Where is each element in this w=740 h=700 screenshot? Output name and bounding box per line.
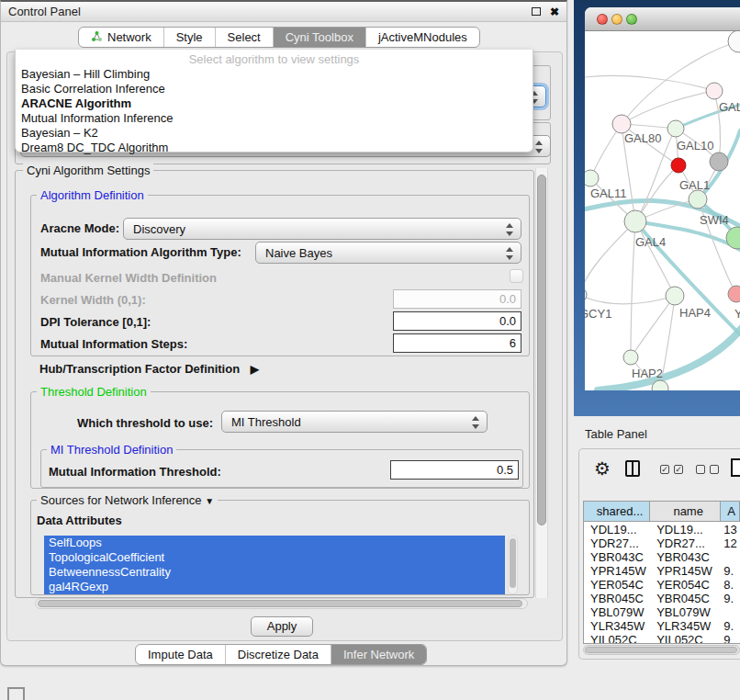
node-label-y: Y <box>734 307 740 321</box>
table-row[interactable]: YDL19...YDL19...13 <box>584 523 740 536</box>
columns-icon[interactable] <box>625 460 640 477</box>
sources-group-title[interactable]: Sources for Network Inference ▼ <box>37 493 218 507</box>
bottom-tab-label: Infer Network <box>343 648 414 661</box>
table-row[interactable]: YBR043CYBR043C <box>584 550 740 564</box>
network-node[interactable] <box>585 170 599 186</box>
scrollbar-thumb[interactable] <box>585 647 737 653</box>
mi-threshold-label: Mutual Information Threshold: <box>49 465 221 479</box>
cell: YER054C <box>650 578 721 592</box>
manual-kernel-checkbox[interactable] <box>510 269 523 283</box>
kernel-width-field[interactable]: 0.0 <box>393 289 521 309</box>
algorithm-option-mutual-information-inference[interactable]: Mutual Information Inference <box>16 111 533 126</box>
mi-steps-label: Mutual Information Steps: <box>40 337 187 351</box>
table-row[interactable]: YDR27...YDR27...12 <box>584 536 740 550</box>
aracne-mode-label: Aracne Mode: <box>40 221 119 235</box>
network-node[interactable] <box>667 120 684 137</box>
hub-definition-expander[interactable]: Hub/Transcription Factor Definition ▶ <box>39 362 259 376</box>
zoom-traffic-light[interactable] <box>626 14 637 25</box>
expander-arrow-icon: ▶ <box>251 363 259 376</box>
control-panel-window: Control Panel ✖ NetworkStyleSelectCyni T… <box>0 0 567 666</box>
close-traffic-light[interactable] <box>597 14 608 25</box>
cell: YER054C <box>584 578 650 592</box>
close-icon[interactable]: ✖ <box>550 7 559 17</box>
control-panel-tabs: NetworkStyleSelectCyni ToolboxjActiveMNo… <box>78 27 480 48</box>
tab-cyni-toolbox[interactable]: Cyni Toolbox <box>273 28 365 47</box>
node-label-hap4: HAP4 <box>679 306 711 320</box>
settings-vertical-scrollbar[interactable] <box>535 168 548 598</box>
mi-type-combo[interactable]: Naive Bayes <box>255 242 521 264</box>
table-row[interactable]: YBL079WYBL079W <box>584 605 740 619</box>
table-row[interactable]: YLR345WYLR345W9. <box>584 619 740 633</box>
network-node[interactable] <box>612 115 631 133</box>
data-attributes-label: Data Attributes <box>37 514 122 527</box>
attribute-item-topologicalcoefficient[interactable]: TopologicalCoefficient <box>44 550 505 565</box>
column-header-name[interactable]: name <box>650 502 721 521</box>
combo-arrows-icon <box>506 246 513 261</box>
minimize-traffic-light[interactable] <box>611 14 622 25</box>
network-node[interactable] <box>728 286 740 302</box>
network-node[interactable] <box>666 287 684 305</box>
attributes-list-scrollbar[interactable] <box>508 536 518 594</box>
threshold-definition-group: Threshold Definition Which threshold to … <box>30 391 530 489</box>
which-threshold-combo[interactable]: MI Threshold <box>221 411 488 433</box>
threshold-definition-title: Threshold Definition <box>37 385 151 399</box>
float-icon[interactable] <box>532 7 541 16</box>
tab-select[interactable]: Select <box>215 28 273 47</box>
algorithm-option-bayesian-k2[interactable]: Bayesian – K2 <box>16 126 533 141</box>
checked-pair-icon[interactable]: ✓✓ <box>660 465 683 474</box>
network-node[interactable] <box>710 152 728 171</box>
table-row[interactable]: YBR045CYBR045C9. <box>584 592 740 605</box>
apply-button[interactable]: Apply <box>251 616 313 637</box>
column-header-a[interactable]: A <box>721 502 740 521</box>
mi-steps-field[interactable]: 6 <box>393 333 521 353</box>
document-icon[interactable] <box>731 458 740 477</box>
attribute-item-selfloops[interactable]: SelfLoops <box>44 536 505 550</box>
column-header-shared-[interactable]: shared... <box>584 502 650 521</box>
algorithm-option-basic-correlation-inference[interactable]: Basic Correlation Inference <box>16 82 533 96</box>
algorithm-option-bayesian-hill-climbing[interactable]: Bayesian – Hill Climbing <box>16 67 533 82</box>
floating-palette-icon[interactable] <box>7 687 25 700</box>
table-row[interactable]: YER054CYER054C8. <box>584 578 740 592</box>
algorithm-option-dream8-dc-tdc-algorithm[interactable]: Dream8 DC_TDC Algorithm <box>16 141 533 155</box>
settings-horizontal-scrollbar[interactable] <box>35 598 528 609</box>
algorithm-option-aracne-algorithm[interactable]: ARACNE Algorithm <box>16 96 533 111</box>
cell: YIL052C <box>584 633 650 644</box>
table-horizontal-scrollbar[interactable] <box>583 645 740 655</box>
network-graph: GALGAL80GAL10GAL1GAL11GAL4SWI4GCY1HAP4YH… <box>585 31 740 390</box>
mi-threshold-field[interactable]: 0.5 <box>390 460 519 480</box>
node-label-swi4: SWI4 <box>700 213 729 227</box>
attribute-item-gal4rgexp[interactable]: gal4RGexp <box>44 580 505 594</box>
bottom-tab-infer-network[interactable]: Infer Network <box>331 645 426 664</box>
network-node[interactable] <box>623 350 638 365</box>
cell: YBL079W <box>584 605 650 619</box>
network-node[interactable] <box>706 83 723 99</box>
scrollbar-thumb[interactable] <box>38 600 522 607</box>
bottom-tab-discretize-data[interactable]: Discretize Data <box>225 645 331 664</box>
network-window: GALGAL80GAL10GAL1GAL11GAL4SWI4GCY1HAP4YH… <box>585 7 740 390</box>
aracne-mode-combo[interactable]: Discovery <box>123 218 521 240</box>
unchecked-pair-icon[interactable] <box>696 465 719 474</box>
node-label-gal11: GAL11 <box>590 186 627 200</box>
tab-style[interactable]: Style <box>163 28 215 47</box>
scrollbar-thumb[interactable] <box>510 538 516 588</box>
mi-type-label: Mutual Information Algorithm Type: <box>40 245 241 259</box>
table-row[interactable]: YIL052CYIL052C9 <box>584 633 740 644</box>
network-window-titlebar[interactable] <box>585 7 740 31</box>
tab-network[interactable]: Network <box>79 28 163 47</box>
cell: YDL19... <box>650 523 721 536</box>
tab-jactivemnodules[interactable]: jActiveMNodules <box>365 28 479 47</box>
bottom-tab-impute-data[interactable]: Impute Data <box>136 645 225 664</box>
network-node[interactable] <box>689 190 707 209</box>
network-node[interactable] <box>726 227 740 249</box>
network-node[interactable] <box>585 288 587 302</box>
network-node[interactable] <box>671 158 686 173</box>
network-node[interactable] <box>624 210 646 232</box>
dpi-tolerance-field[interactable]: 0.0 <box>393 311 521 331</box>
scrollbar-thumb[interactable] <box>537 175 546 525</box>
cell: YPR145W <box>650 564 721 578</box>
network-canvas[interactable]: GALGAL80GAL10GAL1GAL11GAL4SWI4GCY1HAP4YH… <box>585 31 740 390</box>
network-node[interactable] <box>728 31 740 52</box>
table-row[interactable]: YPR145WYPR145W9. <box>584 564 740 578</box>
gear-icon[interactable]: ⚙ <box>594 457 611 480</box>
attribute-item-betweennesscentrality[interactable]: BetweennessCentrality <box>44 565 505 580</box>
